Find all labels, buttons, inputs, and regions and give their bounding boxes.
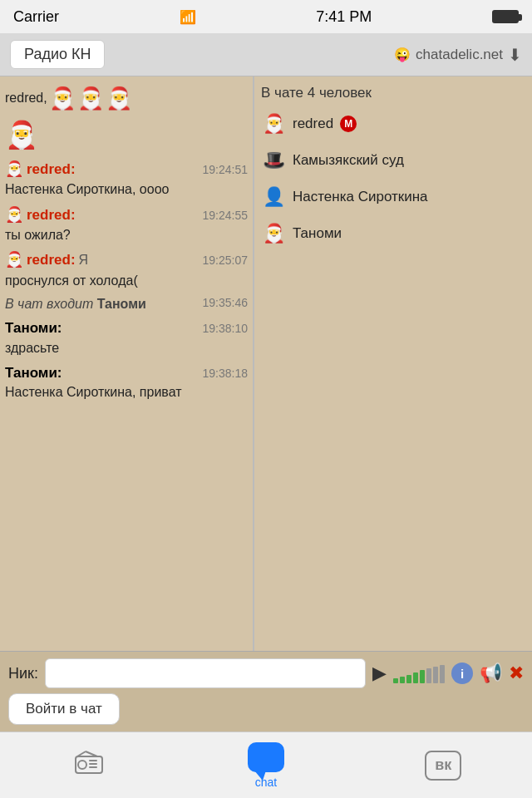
wifi-icon: 📶	[180, 9, 196, 25]
chatadelic-logo: chatadelic.net	[416, 47, 503, 63]
login-button[interactable]: Войти в чат	[8, 693, 120, 725]
radio-button[interactable]: Радио КН	[10, 40, 105, 69]
vk-tab-icon: вк	[425, 751, 461, 781]
system-message-1: 19:35:46 В чат входит Таноми	[5, 295, 248, 313]
message-text-4: проснулся от холода(	[5, 272, 248, 290]
bar-7	[433, 667, 438, 683]
tab-bar: chat вк	[0, 732, 532, 798]
status-bar: Carrier 📶 7:41 PM	[0, 0, 532, 33]
message-header-6: Таноми: 19:38:18	[5, 363, 248, 383]
svg-rect-3	[89, 763, 97, 765]
header-right: 😜 chatadelic.net ⬇	[394, 45, 522, 65]
timestamp-4: 19:25:07	[203, 253, 249, 269]
user-badge-redred: M	[340, 116, 357, 132]
user-name-tanomi: Таноми	[293, 225, 342, 242]
chat-message-1: redred, 🎅 🎅 🎅 🎅	[5, 83, 248, 154]
message-text-2: Настенка Сироткина, оооо	[5, 180, 248, 199]
bar-4	[413, 672, 418, 683]
emoji-row-1: redred, 🎅 🎅 🎅	[5, 83, 248, 113]
battery-icon	[492, 10, 519, 23]
gnome-emoji-1: 🎅	[49, 83, 76, 113]
chat-tab-icon	[248, 742, 284, 772]
svg-rect-4	[89, 766, 97, 768]
system-timestamp-1: 19:35:46	[203, 295, 249, 312]
chat-message-2: 🎅 redred: 19:24:51 Настенка Сироткина, о…	[5, 159, 248, 200]
avatar-icon-4: 🎅	[5, 249, 23, 270]
bar-2	[400, 677, 405, 683]
message-header-3: 🎅 redred: 19:24:55	[5, 204, 248, 225]
nick-input[interactable]	[45, 658, 366, 688]
svg-rect-2	[89, 760, 97, 761]
timestamp-6: 19:38:18	[203, 366, 249, 382]
chat-message-5: Таноми: 19:38:10 здрасьте	[5, 318, 248, 357]
bar-6	[426, 668, 431, 683]
close-icon[interactable]: ✖	[509, 663, 524, 684]
me-label: Я	[79, 251, 89, 269]
bar-5	[420, 670, 425, 683]
message-header-2: 🎅 redred: 19:24:51	[5, 159, 248, 180]
username-3: redred:	[27, 205, 76, 225]
speaker-icon[interactable]: 📢	[480, 663, 502, 684]
user-name-nastenka: Настенка Сироткина	[293, 189, 428, 205]
user-avatar-tanomi: 🎅	[261, 221, 286, 246]
info-button[interactable]: i	[451, 663, 473, 684]
timestamp-3: 19:24:55	[203, 208, 249, 224]
header-bar: Радио КН 😜 chatadelic.net ⬇	[0, 33, 532, 76]
radio-tab-icon	[74, 750, 104, 781]
svg-rect-0	[76, 756, 102, 773]
timestamp-2: 19:24:51	[203, 162, 249, 179]
username-5: Таноми:	[5, 318, 62, 338]
play-button[interactable]: ▶	[372, 663, 387, 684]
avatar-icon-2: 🎅	[5, 159, 23, 180]
nick-label: Ник:	[8, 665, 38, 682]
message-text-6: Настенка Сироткина, приват	[5, 383, 248, 401]
user-item-redred: 🎅 redred M	[261, 111, 525, 136]
carrier-label: Carrier	[13, 8, 59, 26]
gnome-emoji-3: 🎅	[106, 83, 132, 113]
user-avatar-kamyz: 🎩	[261, 148, 286, 173]
username-4: redred:	[27, 250, 76, 270]
user-item-nastenka: 👤 Настенка Сироткина	[261, 185, 525, 209]
bar-3	[406, 675, 411, 683]
user-avatar-redred: 🎅	[261, 111, 286, 136]
input-area: Ник: ▶ i 📢 ✖ Войти в чат	[0, 651, 532, 732]
tab-chat[interactable]: chat	[177, 742, 354, 789]
users-panel: В чате 4 человек 🎅 redred M 🎩 Камызякски…	[254, 76, 532, 651]
bar-8	[440, 665, 445, 683]
gnome-emoji-2: 🎅	[77, 83, 104, 113]
bar-1	[393, 678, 398, 683]
user-name-kamyz: Камызякский суд	[293, 152, 404, 169]
username-6: Таноми:	[5, 363, 62, 383]
username-2: redred:	[27, 160, 76, 180]
main-content: redred, 🎅 🎅 🎅 🎅 🎅 redred: 19:24:51 Насте…	[0, 76, 532, 651]
chatadelic-emoji: 😜	[394, 47, 411, 62]
chat-message-4: 🎅 redred: Я 19:25:07 проснулся от холода…	[5, 249, 248, 290]
users-count-label: В чате 4 человек	[261, 85, 525, 101]
username-inline: redred,	[5, 89, 47, 107]
user-name-redred: redred	[293, 116, 333, 132]
nick-row: Ник: ▶ i 📢 ✖	[8, 658, 524, 688]
download-icon[interactable]: ⬇	[508, 45, 522, 65]
message-header-5: Таноми: 19:38:10	[5, 318, 248, 338]
user-item-tanomi: 🎅 Таноми	[261, 221, 525, 246]
time-label: 7:41 PM	[316, 8, 372, 26]
message-header-4: 🎅 redred: Я 19:25:07	[5, 249, 248, 270]
message-text-5: здрасьте	[5, 339, 248, 357]
chat-message-3: 🎅 redred: 19:24:55 ты ожила?	[5, 204, 248, 245]
message-text-3: ты ожила?	[5, 226, 248, 244]
timestamp-5: 19:38:10	[203, 321, 249, 337]
tab-radio[interactable]	[0, 750, 177, 781]
svg-point-1	[78, 761, 86, 769]
gnome-avatar-small: 🎅	[5, 120, 38, 150]
user-avatar-nastenka: 👤	[261, 185, 286, 209]
tab-vk[interactable]: вк	[355, 751, 532, 781]
user-item-kamyz: 🎩 Камызякский суд	[261, 148, 525, 173]
avatar-icon-3: 🎅	[5, 204, 23, 225]
system-text-1: 19:35:46 В чат входит Таноми	[5, 295, 248, 313]
chat-message-6: Таноми: 19:38:18 Настенка Сироткина, при…	[5, 363, 248, 402]
system-bold-name: Таноми	[97, 297, 146, 311]
chat-panel: redred, 🎅 🎅 🎅 🎅 🎅 redred: 19:24:51 Насте…	[0, 76, 254, 651]
signal-bars	[393, 663, 445, 683]
vk-icon-text: вк	[435, 756, 451, 774]
